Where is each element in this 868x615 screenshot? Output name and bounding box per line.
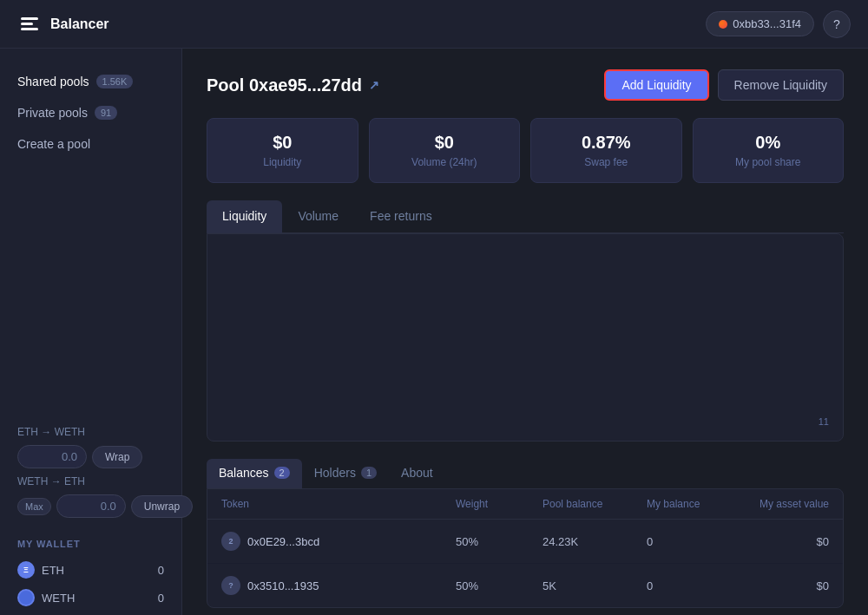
top-navigation: Balancer 0xbb33...31f4 ?: [0, 0, 868, 49]
brand-name: Balancer: [50, 16, 109, 32]
main-layout: Shared pools 1.56K Private pools 91 Crea…: [0, 49, 868, 615]
stat-card: $0 Liquidity: [207, 118, 358, 183]
main-content: Pool 0xae95...27dd ↗ Add Liquidity Remov…: [182, 49, 868, 615]
token-badge: 2: [221, 532, 240, 551]
wallet-address-text: 0xbb33...31f4: [733, 17, 801, 30]
balances-tab-holders[interactable]: Holders1: [302, 459, 389, 488]
chart-tab-liquidity[interactable]: Liquidity: [207, 200, 282, 233]
btab-label: Balances: [219, 466, 269, 480]
col-pool-balance: Pool balance: [542, 498, 647, 510]
weight: 50%: [456, 535, 542, 548]
pool-title: Pool 0xae95...27dd: [207, 75, 362, 95]
my-asset-value: $0: [733, 535, 829, 548]
pool-balance: 24.23K: [542, 535, 647, 548]
help-label: ?: [833, 17, 840, 31]
sidebar-item-shared-pools[interactable]: Shared pools 1.56K: [0, 66, 181, 97]
sidebar: Shared pools 1.56K Private pools 91 Crea…: [0, 49, 182, 615]
btab-label: About: [401, 466, 433, 480]
private-pools-label: Private pools: [17, 106, 88, 120]
chart-tab-fee-returns[interactable]: Fee returns: [354, 200, 448, 233]
stat-value: 0%: [707, 133, 830, 153]
unwrap-row: Max Unwrap: [17, 494, 164, 518]
balances-tab-bar: Balances2Holders1About: [207, 459, 844, 488]
stat-value: 0.87%: [545, 133, 667, 153]
table-header: Token Weight Pool balance My balance My …: [207, 489, 843, 520]
eth-asset-row: Ξ ETH 0: [0, 556, 181, 584]
shared-pools-label: Shared pools: [17, 75, 89, 88]
weth-asset-row: WETH 0: [0, 584, 181, 612]
stat-value: $0: [384, 133, 506, 153]
logo-icon: [17, 12, 42, 36]
weth-label: WETH: [42, 592, 75, 605]
wrap-row: Wrap: [17, 445, 164, 468]
stat-label: My pool share: [707, 156, 830, 168]
balances-tab-about[interactable]: About: [389, 459, 445, 488]
eth-asset-left: Ξ ETH: [17, 561, 64, 579]
help-button[interactable]: ?: [823, 10, 851, 38]
btab-label: Holders: [314, 466, 356, 480]
eth-balance: 0: [158, 564, 164, 577]
chart-axis-label: 11: [819, 416, 829, 427]
weth-icon: [17, 589, 35, 606]
stat-card: $0 Volume (24hr): [369, 118, 521, 183]
sidebar-item-create-pool[interactable]: Create a pool: [0, 128, 181, 160]
chart-tab-volume[interactable]: Volume: [282, 200, 354, 233]
btab-badge: 2: [274, 467, 290, 479]
weth-to-eth-label: WETH → ETH: [17, 475, 164, 487]
token-cell: 2 0x0E29...3bcd: [221, 532, 456, 551]
balances-tab-balances[interactable]: Balances2: [207, 459, 302, 488]
eth-icon: Ξ: [17, 561, 35, 579]
eth-wrap-section: ETH → WETH Wrap WETH → ETH Max Unwrap: [0, 415, 181, 528]
weight: 50%: [456, 579, 542, 592]
eth-label: ETH: [42, 564, 64, 577]
col-my-asset-value: My asset value: [733, 498, 829, 510]
my-wallet-heading: MY WALLET: [0, 528, 181, 556]
max-badge[interactable]: Max: [17, 498, 51, 515]
token-badge: ?: [221, 576, 240, 595]
my-balance: 0: [647, 535, 733, 548]
stat-label: Swap fee: [545, 156, 667, 168]
token-name: 0x0E29...3bcd: [247, 535, 319, 548]
pool-external-link-icon[interactable]: ↗: [369, 78, 379, 92]
stat-card: 0% My pool share: [693, 118, 845, 183]
table-row: ? 0x3510...1935 50% 5K 0 $0: [207, 564, 843, 607]
btab-badge: 1: [361, 467, 377, 479]
chart-area: 11: [207, 233, 844, 442]
pool-title-area: Pool 0xae95...27dd ↗: [207, 75, 379, 95]
add-liquidity-button[interactable]: Add Liquidity: [604, 69, 708, 101]
col-token: Token: [221, 498, 456, 510]
eth-to-weth-label: ETH → WETH: [17, 426, 164, 438]
col-weight: Weight: [456, 498, 542, 510]
wrap-input[interactable]: [17, 445, 87, 468]
wallet-avatar: [719, 20, 727, 29]
stat-label: Volume (24hr): [384, 156, 506, 168]
stat-label: Liquidity: [221, 156, 344, 168]
weth-asset-left: WETH: [17, 589, 75, 606]
pool-actions: Add Liquidity Remove Liquidity: [604, 69, 844, 101]
sidebar-nav-section: Shared pools 1.56K Private pools 91 Crea…: [0, 66, 181, 415]
token-name: 0x3510...1935: [247, 579, 319, 592]
chart-tab-bar: LiquidityVolumeFee returns: [207, 200, 844, 233]
unwrap-input[interactable]: [56, 494, 126, 518]
wallet-address-button[interactable]: 0xbb33...31f4: [706, 11, 814, 36]
my-balance: 0: [647, 579, 733, 592]
sidebar-item-private-pools[interactable]: Private pools 91: [0, 97, 181, 128]
create-pool-label: Create a pool: [17, 137, 90, 151]
table-row: 2 0x0E29...3bcd 50% 24.23K 0 $0: [207, 520, 843, 564]
pool-header: Pool 0xae95...27dd ↗ Add Liquidity Remov…: [207, 69, 844, 101]
shared-pools-badge: 1.56K: [96, 75, 134, 88]
col-my-balance: My balance: [647, 498, 733, 510]
wrap-button[interactable]: Wrap: [92, 446, 142, 468]
brand-area: Balancer: [17, 12, 109, 36]
token-cell: ? 0x3510...1935: [221, 576, 456, 595]
pool-balance: 5K: [542, 579, 647, 592]
weth-balance: 0: [158, 592, 164, 605]
private-pools-badge: 91: [95, 106, 117, 120]
nav-right: 0xbb33...31f4 ?: [706, 10, 851, 38]
stats-grid: $0 Liquidity $0 Volume (24hr) 0.87% Swap…: [207, 118, 844, 183]
stat-value: $0: [221, 133, 344, 153]
my-asset-value: $0: [733, 579, 829, 592]
stat-card: 0.87% Swap fee: [530, 118, 682, 183]
remove-liquidity-button[interactable]: Remove Liquidity: [718, 69, 844, 101]
balances-table: Token Weight Pool balance My balance My …: [207, 488, 844, 608]
